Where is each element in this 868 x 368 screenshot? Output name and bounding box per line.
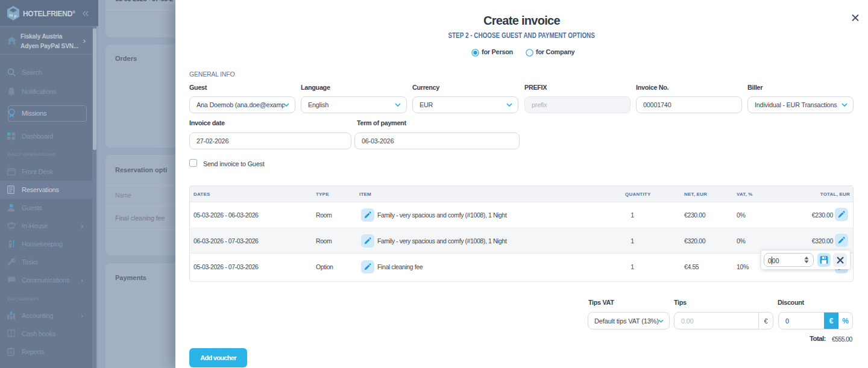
svg-text:H: H xyxy=(9,13,13,18)
svg-text:F: F xyxy=(14,14,17,19)
